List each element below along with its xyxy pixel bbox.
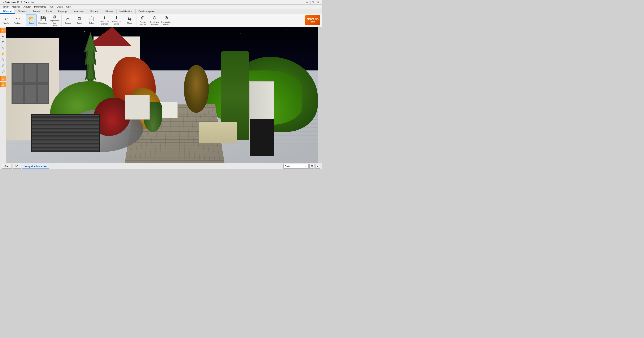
tab-route[interactable]: Route xyxy=(43,9,55,14)
terrain-type-value: Butte xyxy=(285,165,290,168)
right-panel xyxy=(318,27,322,163)
tab-modelisation[interactable]: Modélisation xyxy=(116,9,136,14)
copier-button[interactable]: ⧉ Copier xyxy=(74,14,85,26)
tab-piscine[interactable]: Piscine xyxy=(88,9,101,14)
zoom-search-button[interactable]: 🔎 xyxy=(0,63,6,68)
zoom-in-button[interactable]: 🔍 xyxy=(0,57,6,62)
tab-paysage[interactable]: Paysage xyxy=(55,9,70,14)
toolbar: ↩ Annuler ↪ Restaurer 📂 Ouvrir 💾 Enregis… xyxy=(0,14,322,27)
gabion-wall xyxy=(31,114,100,152)
logo-area: NOVA 3D 2019 xyxy=(304,14,321,26)
house-window xyxy=(12,63,49,104)
star xyxy=(271,36,271,37)
undo-tool-button[interactable]: ↩ xyxy=(0,34,6,39)
viewport[interactable]: ✋ xyxy=(6,27,318,163)
print-icon: 🖨 xyxy=(52,14,57,19)
cut-icon: ✂ xyxy=(66,16,70,22)
minimize-button[interactable]: — xyxy=(305,1,310,4)
3d-scene xyxy=(6,27,318,163)
view-icon-btn2[interactable]: ▼ xyxy=(315,164,320,168)
more-tools-button[interactable]: ⋯ xyxy=(0,88,6,93)
couper-button[interactable]: ✂ Couper xyxy=(62,14,73,26)
restore-button[interactable]: ❐ xyxy=(310,1,315,4)
miroir-button[interactable]: ⇆ Miroir xyxy=(124,14,135,26)
close-button[interactable]: ✕ xyxy=(316,1,320,4)
gate-dark xyxy=(250,119,274,156)
ajouter-formes-button[interactable]: ⊕ Ajouter Formes xyxy=(137,14,148,26)
add-shapes-icon: ⊕ xyxy=(141,15,145,20)
menu-modifier[interactable]: Modifier xyxy=(10,4,22,8)
left-toolbar: ↖ ↩ ⊡ ↪ ✋ 🔍 🔎 🔍 ⊞ ⧖ ⋯ xyxy=(0,27,6,163)
status-bar: Plan 3D Navigation interactive Butte ▼ ⊞… xyxy=(0,163,322,169)
ouvrir-button[interactable]: 📂 Ouvrir xyxy=(26,14,37,26)
enregistrer-button[interactable]: 💾 Enregistrer xyxy=(38,14,48,26)
toolbar-shapes: ⊕ Ajouter Formes ⊖ Soustraire Formes ⊗ I… xyxy=(137,14,173,26)
restaurer-button[interactable]: ↪ Restaurer xyxy=(12,14,24,26)
send-back-icon: ⬇ xyxy=(115,16,118,20)
terrain-type-dropdown[interactable]: Butte ▼ xyxy=(284,164,308,168)
annuler-button[interactable]: ↩ Annuler xyxy=(1,14,12,26)
menu-vue[interactable]: Vue xyxy=(48,4,55,8)
intersect-shapes-icon: ⊗ xyxy=(164,15,168,20)
open-icon: 📂 xyxy=(28,16,34,22)
envoyer-button[interactable]: ⬇ Envoyer en arrière xyxy=(111,14,122,26)
nav-interactive-button[interactable]: Navigation interactive xyxy=(22,164,49,168)
window-bars xyxy=(12,64,48,103)
intersection-formes-button[interactable]: ⊗ Intersection Formes xyxy=(161,14,172,26)
tab-batiment[interactable]: Bâtiment xyxy=(15,9,30,14)
menu-aide[interactable]: Aide xyxy=(64,4,72,8)
separator xyxy=(1,75,6,76)
toolbar-file: 📂 Ouvrir 💾 Enregistrer 🖨 Impression Vue … xyxy=(26,14,62,26)
layers-button[interactable]: ⧖ xyxy=(0,82,6,87)
menu-outils[interactable]: Outils xyxy=(55,4,64,8)
app-logo: NOVA 3D 2019 xyxy=(305,15,320,25)
dropdown-arrow-icon: ▼ xyxy=(305,165,307,168)
pan-tool-button[interactable]: ✋ xyxy=(0,51,6,56)
main-area: ↖ ↩ ⊡ ↪ ✋ 🔍 🔎 🔍 ⊞ ⧖ ⋯ xyxy=(0,27,322,163)
menu-bar: Fichier Modifier Ajouter Paramètres Vue … xyxy=(0,4,322,9)
toolbar-transform: ⇆ Miroir xyxy=(124,14,136,26)
plan-view-button[interactable]: Plan xyxy=(2,164,12,168)
zoom-out-button[interactable]: 🔍 xyxy=(0,69,6,74)
menu-ajouter[interactable]: Ajouter xyxy=(22,4,32,8)
title-bar: La Suite Nova 2019 - Sans titre — ❐ ✕ xyxy=(0,0,322,4)
undo-icon: ↩ xyxy=(4,16,8,22)
subtract-shapes-icon: ⊖ xyxy=(152,15,156,20)
soustraire-formes-button[interactable]: ⊖ Soustraire Formes xyxy=(149,14,160,26)
window-controls: — ❐ ✕ xyxy=(305,1,320,4)
menu-fichier[interactable]: Fichier xyxy=(0,4,10,8)
steps xyxy=(199,122,237,143)
tab-details-projet[interactable]: Détails du projet xyxy=(136,9,158,14)
paste-icon: 📋 xyxy=(89,16,94,22)
toolbar-history: ↩ Annuler ↪ Restaurer xyxy=(1,14,25,26)
tab-utilitaires[interactable]: Utilitaires xyxy=(101,9,116,14)
star xyxy=(240,33,240,34)
mirror-icon: ⇆ xyxy=(128,16,132,22)
amener-button[interactable]: ⬆ Amener au premier xyxy=(99,14,110,26)
impression-button[interactable]: 🖨 Impression Vue Plan xyxy=(49,14,60,26)
toolbar-clipboard: ✂ Couper ⧉ Copier 📋 Coller xyxy=(62,14,98,26)
tab-terrain[interactable]: Terrain xyxy=(30,9,43,14)
redo-tool-button[interactable]: ↪ xyxy=(0,45,6,51)
tab-general[interactable]: Général xyxy=(0,9,15,14)
tab-bar: Général Bâtiment Terrain Route Paysage J… xyxy=(0,9,322,14)
window-title: La Suite Nova 2019 - Sans titre xyxy=(2,1,34,4)
toolbar-order: ⬆ Amener au premier ⬇ Envoyer en arrière xyxy=(99,14,123,26)
menu-parametres[interactable]: Paramètres xyxy=(32,4,48,8)
star xyxy=(178,34,178,35)
3d-view-button[interactable]: 3D xyxy=(12,164,21,168)
select-tool-button[interactable]: ↖ xyxy=(0,28,6,33)
snap-tool-button[interactable]: ⊡ xyxy=(0,40,6,45)
save-icon: 💾 xyxy=(40,16,46,22)
pillar-right xyxy=(249,81,274,156)
star xyxy=(53,29,54,29)
copy-icon: ⧉ xyxy=(78,16,81,22)
star xyxy=(286,29,287,30)
tab-jeux-eau[interactable]: Jeux d'eau xyxy=(70,9,88,14)
grid-button[interactable]: ⊞ xyxy=(0,76,6,81)
redo-icon: ↪ xyxy=(16,16,20,22)
coller-button[interactable]: 📋 Coller xyxy=(86,14,97,26)
bring-front-icon: ⬆ xyxy=(103,16,106,20)
view-icon-btn1[interactable]: ⊞ xyxy=(310,164,314,168)
white-wall-segment xyxy=(125,95,150,120)
